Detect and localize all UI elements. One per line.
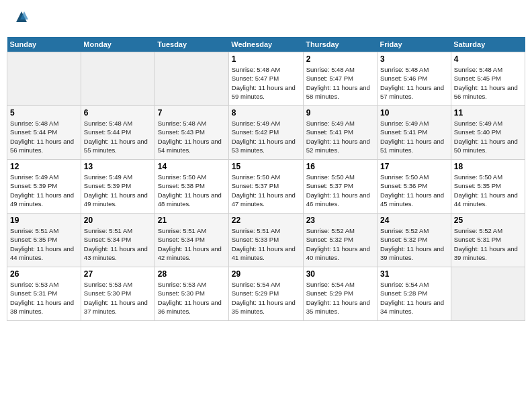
cell-details: Sunrise: 5:51 AMSunset: 5:34 PMDaylight:… — [158, 226, 226, 262]
day-number: 11 — [454, 108, 522, 118]
cell-details: Sunrise: 5:51 AMSunset: 5:33 PMDaylight:… — [232, 226, 300, 262]
day-number: 20 — [84, 216, 152, 225]
cell-details: Sunrise: 5:48 AMSunset: 5:43 PMDaylight:… — [158, 119, 226, 154]
cell-details: Sunrise: 5:50 AMSunset: 5:38 PMDaylight:… — [158, 173, 226, 208]
calendar-cell: 8Sunrise: 5:49 AMSunset: 5:42 PMDaylight… — [228, 106, 303, 160]
cell-details: Sunrise: 5:52 AMSunset: 5:32 PMDaylight:… — [306, 226, 374, 262]
day-number: 21 — [158, 216, 226, 225]
cell-details: Sunrise: 5:53 AMSunset: 5:30 PMDaylight:… — [158, 280, 226, 316]
weekday-header-tuesday: Tuesday — [154, 37, 228, 52]
calendar-cell: 15Sunrise: 5:50 AMSunset: 5:37 PMDayligh… — [228, 160, 303, 214]
cell-details: Sunrise: 5:48 AMSunset: 5:46 PMDaylight:… — [380, 65, 448, 101]
logo — [13, 10, 28, 27]
calendar-cell: 21Sunrise: 5:51 AMSunset: 5:34 PMDayligh… — [154, 214, 228, 267]
cell-details: Sunrise: 5:53 AMSunset: 5:30 PMDaylight:… — [84, 280, 152, 316]
calendar-cell: 7Sunrise: 5:48 AMSunset: 5:43 PMDaylight… — [154, 106, 228, 160]
calendar-cell: 13Sunrise: 5:49 AMSunset: 5:39 PMDayligh… — [81, 160, 154, 214]
calendar-cell: 23Sunrise: 5:52 AMSunset: 5:32 PMDayligh… — [303, 214, 377, 267]
day-number: 1 — [232, 54, 300, 64]
day-number: 3 — [380, 54, 448, 64]
day-number: 25 — [454, 216, 522, 225]
cell-details: Sunrise: 5:49 AMSunset: 5:39 PMDaylight:… — [84, 173, 152, 208]
calendar-cell: 4Sunrise: 5:48 AMSunset: 5:45 PMDaylight… — [451, 52, 525, 106]
logo-icon — [15, 10, 28, 24]
week-row-4: 19Sunrise: 5:51 AMSunset: 5:35 PMDayligh… — [7, 214, 525, 267]
cell-details: Sunrise: 5:54 AMSunset: 5:28 PMDaylight:… — [380, 280, 448, 316]
calendar-cell — [154, 52, 228, 106]
calendar-table: SundayMondayTuesdayWednesdayThursdayFrid… — [7, 37, 525, 321]
day-number: 15 — [232, 162, 300, 171]
week-row-2: 5Sunrise: 5:48 AMSunset: 5:44 PMDaylight… — [7, 106, 525, 160]
cell-details: Sunrise: 5:51 AMSunset: 5:35 PMDaylight:… — [10, 226, 78, 262]
day-number: 24 — [380, 216, 448, 225]
day-number: 28 — [158, 269, 226, 279]
calendar-cell: 20Sunrise: 5:51 AMSunset: 5:34 PMDayligh… — [81, 214, 154, 267]
day-number: 8 — [232, 108, 300, 118]
day-number: 22 — [232, 216, 300, 225]
day-number: 27 — [84, 269, 152, 279]
day-number: 30 — [306, 269, 374, 279]
calendar-cell: 29Sunrise: 5:54 AMSunset: 5:29 PMDayligh… — [228, 267, 303, 321]
calendar-cell: 6Sunrise: 5:48 AMSunset: 5:44 PMDaylight… — [81, 106, 154, 160]
day-number: 29 — [232, 269, 300, 279]
day-number: 16 — [306, 162, 374, 171]
calendar-cell: 22Sunrise: 5:51 AMSunset: 5:33 PMDayligh… — [228, 214, 303, 267]
week-row-5: 26Sunrise: 5:53 AMSunset: 5:31 PMDayligh… — [7, 267, 525, 321]
weekday-header-wednesday: Wednesday — [228, 37, 303, 52]
day-number: 31 — [380, 269, 448, 279]
calendar-cell: 10Sunrise: 5:49 AMSunset: 5:41 PMDayligh… — [377, 106, 451, 160]
cell-details: Sunrise: 5:48 AMSunset: 5:47 PMDaylight:… — [232, 65, 300, 101]
calendar-cell: 18Sunrise: 5:50 AMSunset: 5:35 PMDayligh… — [451, 160, 525, 214]
day-number: 10 — [380, 108, 448, 118]
calendar-cell: 5Sunrise: 5:48 AMSunset: 5:44 PMDaylight… — [7, 106, 81, 160]
calendar-cell: 14Sunrise: 5:50 AMSunset: 5:38 PMDayligh… — [154, 160, 228, 214]
week-row-3: 12Sunrise: 5:49 AMSunset: 5:39 PMDayligh… — [7, 160, 525, 214]
page-header — [7, 7, 525, 30]
calendar-cell: 12Sunrise: 5:49 AMSunset: 5:39 PMDayligh… — [7, 160, 81, 214]
cell-details: Sunrise: 5:50 AMSunset: 5:35 PMDaylight:… — [454, 173, 522, 208]
cell-details: Sunrise: 5:52 AMSunset: 5:31 PMDaylight:… — [454, 226, 522, 262]
cell-details: Sunrise: 5:49 AMSunset: 5:41 PMDaylight:… — [306, 119, 374, 154]
day-number: 5 — [10, 108, 78, 118]
day-number: 7 — [158, 108, 226, 118]
calendar-cell: 28Sunrise: 5:53 AMSunset: 5:30 PMDayligh… — [154, 267, 228, 321]
day-number: 12 — [10, 162, 78, 171]
cell-details: Sunrise: 5:49 AMSunset: 5:42 PMDaylight:… — [232, 119, 300, 154]
calendar-cell: 26Sunrise: 5:53 AMSunset: 5:31 PMDayligh… — [7, 267, 81, 321]
day-number: 2 — [306, 54, 374, 64]
weekday-header-monday: Monday — [81, 37, 154, 52]
weekday-header-saturday: Saturday — [451, 37, 525, 52]
week-row-1: 1Sunrise: 5:48 AMSunset: 5:47 PMDaylight… — [7, 52, 525, 106]
cell-details: Sunrise: 5:48 AMSunset: 5:44 PMDaylight:… — [84, 119, 152, 154]
calendar-cell: 17Sunrise: 5:50 AMSunset: 5:36 PMDayligh… — [377, 160, 451, 214]
cell-details: Sunrise: 5:49 AMSunset: 5:41 PMDaylight:… — [380, 119, 448, 154]
day-number: 14 — [158, 162, 226, 171]
calendar-cell: 2Sunrise: 5:48 AMSunset: 5:47 PMDaylight… — [303, 52, 377, 106]
day-number: 26 — [10, 269, 78, 279]
calendar-cell — [81, 52, 154, 106]
calendar-cell — [7, 52, 81, 106]
calendar-cell: 24Sunrise: 5:52 AMSunset: 5:32 PMDayligh… — [377, 214, 451, 267]
cell-details: Sunrise: 5:50 AMSunset: 5:36 PMDaylight:… — [380, 173, 448, 208]
cell-details: Sunrise: 5:48 AMSunset: 5:47 PMDaylight:… — [306, 65, 374, 101]
cell-details: Sunrise: 5:50 AMSunset: 5:37 PMDaylight:… — [306, 173, 374, 208]
weekday-header-thursday: Thursday — [303, 37, 377, 52]
cell-details: Sunrise: 5:54 AMSunset: 5:29 PMDaylight:… — [306, 280, 374, 316]
day-number: 9 — [306, 108, 374, 118]
weekday-header-friday: Friday — [377, 37, 451, 52]
calendar-cell: 27Sunrise: 5:53 AMSunset: 5:30 PMDayligh… — [81, 267, 154, 321]
calendar-cell — [451, 267, 525, 321]
calendar-cell: 16Sunrise: 5:50 AMSunset: 5:37 PMDayligh… — [303, 160, 377, 214]
cell-details: Sunrise: 5:49 AMSunset: 5:40 PMDaylight:… — [454, 119, 522, 154]
day-number: 17 — [380, 162, 448, 171]
day-number: 23 — [306, 216, 374, 225]
weekday-header-sunday: Sunday — [7, 37, 81, 52]
cell-details: Sunrise: 5:54 AMSunset: 5:29 PMDaylight:… — [232, 280, 300, 316]
day-number: 4 — [454, 54, 522, 64]
day-number: 13 — [84, 162, 152, 171]
calendar-cell: 19Sunrise: 5:51 AMSunset: 5:35 PMDayligh… — [7, 214, 81, 267]
cell-details: Sunrise: 5:50 AMSunset: 5:37 PMDaylight:… — [232, 173, 300, 208]
calendar-cell: 9Sunrise: 5:49 AMSunset: 5:41 PMDaylight… — [303, 106, 377, 160]
calendar-cell: 1Sunrise: 5:48 AMSunset: 5:47 PMDaylight… — [228, 52, 303, 106]
calendar-cell: 11Sunrise: 5:49 AMSunset: 5:40 PMDayligh… — [451, 106, 525, 160]
